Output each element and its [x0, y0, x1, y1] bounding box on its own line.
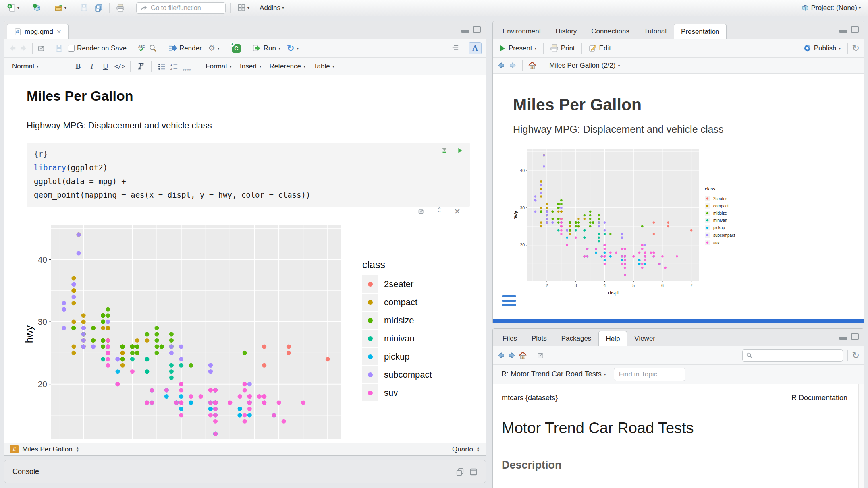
print-button[interactable] [114, 3, 126, 13]
run-chunks-above-icon[interactable] [441, 147, 448, 154]
svg-text:30: 30 [38, 317, 47, 326]
present-button[interactable]: Present ▾ [497, 43, 539, 54]
save-all-icon [94, 4, 103, 12]
new-file-button[interactable]: ▾ [6, 3, 21, 13]
italic-button[interactable]: I [87, 62, 97, 71]
code-chunk[interactable]: {r} library(ggplot2)ggplot(data = mpg) +… [27, 143, 470, 207]
bold-button[interactable]: B [73, 62, 83, 71]
maximize-icon[interactable] [469, 467, 478, 476]
rerun-button[interactable]: ↻ ▾ [285, 43, 301, 54]
help-search-box[interactable] [742, 349, 843, 362]
clear-formatting-icon[interactable] [137, 62, 145, 70]
tab-presentation[interactable]: Presentation [674, 24, 727, 39]
outline-toggle-icon[interactable] [451, 44, 459, 52]
popout-output-icon[interactable] [417, 208, 425, 215]
help-back-icon[interactable] [497, 351, 505, 360]
menu-insert[interactable]: Insert ▾ [238, 61, 264, 72]
collapse-output-icon[interactable]: ⌃⌃ [437, 208, 442, 215]
goto-file-search[interactable] [136, 2, 226, 14]
help-document[interactable]: mtcars {datasets} R Documentation Motor … [493, 384, 864, 488]
menu-table[interactable]: Table ▾ [311, 61, 336, 72]
numbered-list-icon[interactable]: 12 [170, 62, 179, 70]
svg-text:1: 1 [170, 63, 172, 66]
nav-forward-icon[interactable] [509, 61, 517, 70]
divider [197, 61, 197, 72]
find-in-topic-input[interactable] [614, 368, 685, 381]
restore-icon[interactable] [456, 467, 464, 476]
help-forward-icon[interactable] [508, 351, 516, 360]
project-menu[interactable]: R Project: (None) ▾ [799, 3, 862, 13]
menu-reference[interactable]: Reference ▾ [268, 61, 307, 72]
bullet-list-icon[interactable] [158, 62, 166, 70]
status-mode-selector[interactable]: Quarto [452, 445, 473, 453]
tab-connections[interactable]: Connections [584, 23, 637, 39]
status-section-selector[interactable]: Miles Per Gallon [22, 445, 73, 453]
tab-environment[interactable]: Environment [495, 23, 548, 39]
topic-history-menu[interactable]: R: Motor Trend Car Road Tests ▾ [499, 369, 608, 380]
menu-format[interactable]: Format ▾ [204, 61, 234, 72]
render-button[interactable]: Render [166, 43, 204, 54]
publish-button[interactable]: Publish ▾ [801, 43, 843, 54]
minimize-icon[interactable] [461, 26, 469, 33]
new-project-button[interactable]: R [31, 3, 43, 13]
tab-history[interactable]: History [548, 23, 584, 39]
forward-icon[interactable] [19, 44, 28, 52]
slide-navigation-menu[interactable]: Miles Per Gallon (2/2) ▾ [547, 60, 622, 71]
refresh-icon[interactable]: ↻ [852, 351, 860, 360]
maximize-icon[interactable] [473, 26, 481, 33]
nav-back-icon[interactable] [497, 61, 505, 70]
tab-packages[interactable]: Packages [554, 331, 599, 346]
tab-mpg-qmd[interactable]: mpg.qmd ✕ [7, 24, 69, 39]
minimize-icon[interactable] [839, 333, 847, 340]
tab-close-icon[interactable]: ✕ [56, 28, 62, 35]
spellcheck-icon[interactable]: ABC [138, 44, 146, 52]
popout-window-icon[interactable] [37, 44, 46, 52]
close-output-icon[interactable]: ✕ [454, 207, 461, 216]
slide-menu-icon[interactable] [502, 295, 516, 308]
tab-tutorial[interactable]: Tutorial [637, 23, 674, 39]
paragraph-style-select[interactable]: Normal ▾ [10, 61, 41, 72]
checkbox-icon[interactable] [68, 45, 75, 52]
pane-layout-button[interactable]: ▾ [236, 3, 251, 13]
goto-file-input[interactable] [151, 4, 215, 12]
tab-files[interactable]: Files [495, 331, 524, 346]
open-file-button[interactable]: ▾ [53, 3, 68, 13]
addins-caret-icon: ▾ [282, 6, 284, 10]
help-home-icon[interactable] [519, 351, 527, 360]
run-button[interactable]: Run ▾ [251, 43, 282, 54]
help-search-input[interactable] [756, 352, 837, 359]
maximize-icon[interactable] [851, 26, 859, 33]
code-line: library(ggplot2) [34, 161, 463, 174]
help-doc-header: R Documentation [791, 394, 847, 402]
visual-editor-document[interactable]: Miles Per Gallon Highway MPG: Displaceme… [4, 75, 486, 439]
editor-tabstrip: mpg.qmd ✕ [4, 21, 486, 39]
popout-window-icon[interactable] [536, 351, 545, 360]
tab-viewer[interactable]: Viewer [627, 331, 662, 346]
chunk-code: library(ggplot2)ggplot(data = mpg) + geo… [34, 161, 463, 202]
back-icon[interactable] [8, 44, 17, 52]
refresh-icon[interactable]: ↻ [852, 44, 860, 53]
edit-button[interactable]: Edit [586, 43, 613, 54]
new-file-icon [7, 4, 16, 12]
tab-help[interactable]: Help [598, 331, 627, 346]
tab-plots[interactable]: Plots [524, 331, 554, 346]
visual-mode-toggle[interactable]: A [469, 42, 482, 54]
find-icon[interactable] [149, 44, 157, 52]
maximize-icon[interactable] [851, 333, 859, 340]
minimize-icon[interactable] [839, 26, 847, 33]
scrollbar-track[interactable] [858, 384, 864, 488]
run-chunk-icon[interactable] [456, 147, 463, 154]
menu-caret-icon: ▾ [260, 64, 262, 68]
render-on-save-checkbox[interactable]: Render on Save [66, 43, 129, 54]
blockquote-icon[interactable]: „„ [183, 64, 191, 68]
addins-menu[interactable]: Addins ▾ [258, 3, 286, 13]
insert-chunk-button[interactable]: C + [231, 43, 241, 53]
render-settings-button[interactable]: ⚙ ▾ [206, 43, 222, 53]
save-button[interactable] [78, 3, 90, 13]
underline-button[interactable]: U [101, 62, 110, 71]
save-all-button[interactable] [93, 3, 104, 13]
print-button[interactable]: Print [548, 43, 577, 54]
home-icon[interactable] [528, 61, 536, 70]
code-format-button[interactable]: </> [114, 63, 124, 70]
save-icon[interactable] [55, 44, 63, 52]
